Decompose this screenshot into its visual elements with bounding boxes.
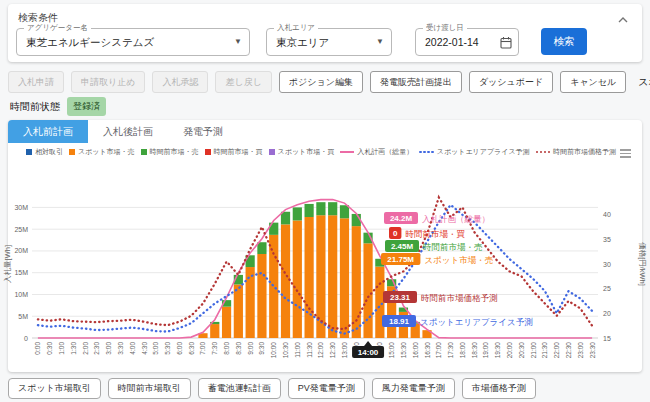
legend-square-icon (269, 149, 275, 155)
action-button-4[interactable]: ポジション編集 (279, 71, 363, 93)
legend-square-icon (141, 149, 147, 155)
search-button[interactable]: 検索 (541, 28, 587, 55)
tab-1[interactable]: 入札後計画 (88, 120, 168, 143)
bid-area-select-value: 東京エリア (276, 29, 329, 55)
legend-square-icon (69, 149, 75, 155)
footer-button-1[interactable]: 時間前市場取引 (108, 378, 191, 399)
legend-item[interactable]: 時間前市場・買 (205, 147, 263, 157)
legend-square-icon (205, 149, 211, 155)
dropdown-arrow-icon: ▼ (376, 29, 384, 55)
legend-item[interactable]: 相対取引 (26, 147, 63, 157)
action-button-0: 入札申請 (8, 71, 64, 93)
aggregator-select-value: 東芝エネルギーシステムズ (26, 29, 154, 55)
action-button-1: 申請取り止め (71, 71, 145, 93)
legend-item[interactable]: スポット市場・売 (69, 147, 135, 157)
chart-menu-icon[interactable] (620, 149, 631, 158)
action-button-3: 差し戻し (215, 71, 271, 93)
legend-dots-icon (536, 151, 551, 154)
legend-item[interactable]: 時間前市場・売 (141, 147, 199, 157)
legend-item[interactable]: 入札計画（総量） (340, 147, 413, 157)
delivery-date-value: 2022-01-14 (425, 29, 479, 55)
aggregator-select[interactable]: アグリゲーター名 東芝エネルギーシステムズ ▼ (16, 28, 250, 56)
tab-bar: 入札前計画入札後計画発電予測 (8, 120, 238, 143)
chart-panel: 入札前計画入札後計画発電予測 相対取引スポット市場・売時間前市場・売時間前市場・… (8, 120, 642, 372)
search-panel: 検索条件 アグリゲーター名 東芝エネルギーシステムズ ▼ 入札エリア 東京エリア… (8, 4, 642, 62)
action-button-6[interactable]: ダッシュボード (469, 71, 553, 93)
tab-0[interactable]: 入札前計画 (8, 120, 88, 143)
intraday-status-label: 時間前状態 (10, 100, 60, 114)
app-root: 検索条件 アグリゲーター名 東芝エネルギーシステムズ ▼ 入札エリア 東京エリア… (0, 0, 650, 402)
legend-item[interactable]: スポットエリアプライス予測 (419, 147, 529, 157)
delivery-date-field[interactable]: 受け渡し日 2022-01-14 (415, 28, 519, 56)
chart-legend: 相対取引スポット市場・売時間前市場・売時間前市場・買スポット市場・買入札計画（総… (28, 147, 614, 157)
footer-button-2[interactable]: 蓄電池運転計画 (198, 378, 281, 399)
action-button-5[interactable]: 発電販売計画提出 (370, 71, 462, 93)
intraday-status-row: 時間前状態 登録済 (8, 97, 106, 116)
legend-dots-icon (419, 151, 434, 154)
tab-2[interactable]: 発電予測 (168, 120, 238, 143)
footer-button-0[interactable]: スポット市場取引 (8, 378, 101, 399)
action-button-7[interactable]: キャンセル (560, 71, 626, 93)
action-bar: 入札申請申請取り止め入札承認差し戻しポジション編集発電販売計画提出ダッシュボード… (8, 71, 650, 93)
bid-area-select[interactable]: 入札エリア 東京エリア ▼ (266, 28, 392, 56)
legend-item[interactable]: 時間前市場価格予測 (536, 147, 617, 157)
footer-button-3[interactable]: PV発電量予測 (288, 378, 365, 399)
dropdown-arrow-icon: ▼ (234, 29, 242, 55)
footer-button-5[interactable]: 市場価格予測 (462, 378, 536, 399)
footer-button-bar: スポット市場取引時間前市場取引蓄電池運転計画PV発電量予測風力発電量予測市場価格… (8, 378, 536, 399)
collapse-panel-icon[interactable] (616, 12, 630, 24)
footer-button-4[interactable]: 風力発電量予測 (372, 378, 455, 399)
calendar-icon[interactable] (500, 35, 512, 53)
intraday-status-badge: 登録済 (67, 97, 106, 116)
legend-square-icon (26, 149, 32, 155)
legend-item[interactable]: スポット市場・買 (269, 147, 335, 157)
action-button-2: 入札承認 (152, 71, 208, 93)
spot-status-label: スポット状態 (638, 75, 650, 89)
legend-line-icon (340, 151, 354, 153)
